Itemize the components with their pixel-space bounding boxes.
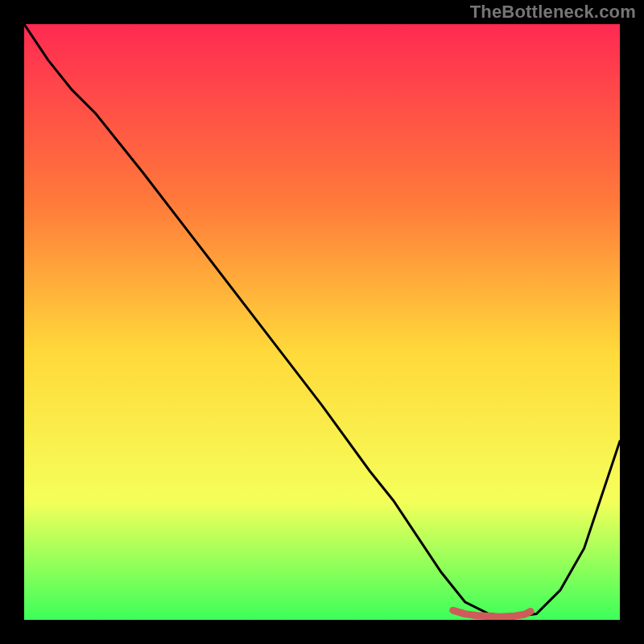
watermark-text: TheBottleneck.com	[470, 2, 636, 23]
chart-svg	[24, 24, 620, 620]
chart-frame: TheBottleneck.com	[0, 0, 644, 644]
gradient-background	[24, 24, 620, 620]
plot-area	[24, 24, 620, 620]
